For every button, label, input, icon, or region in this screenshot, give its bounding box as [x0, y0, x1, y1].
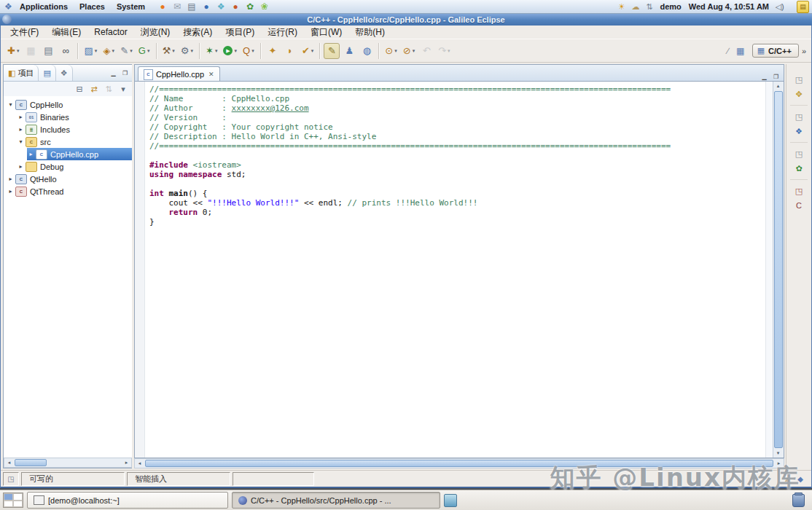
- fastview-outline-icon[interactable]: ❖: [792, 125, 805, 137]
- menu-project[interactable]: 项目(P): [219, 26, 261, 39]
- last-edit-location-button[interactable]: ✦: [265, 43, 281, 59]
- editor-vscrollbar[interactable]: ▴ ▾: [773, 82, 784, 458]
- menu-refactor[interactable]: Refactor: [87, 26, 133, 38]
- focus-button[interactable]: ⇅: [102, 83, 115, 95]
- fastview-console-icon[interactable]: C: [792, 200, 805, 211]
- tab-cpphello-cpp[interactable]: C CppHello.cpp ✕: [138, 66, 220, 82]
- distro-logo-icon[interactable]: ❖: [3, 1, 14, 12]
- fastview-problems-icon[interactable]: ✿: [792, 162, 805, 174]
- restore-view-icon[interactable]: ◳: [792, 111, 805, 122]
- menu-help[interactable]: 帮助(H): [348, 26, 391, 39]
- new-class-button[interactable]: ◈▾: [101, 43, 117, 59]
- open-external-button[interactable]: ◍: [359, 43, 375, 59]
- fast-view-dock-icon[interactable]: ◳: [3, 472, 19, 486]
- chevron-down-icon[interactable]: ▾: [7, 101, 15, 108]
- taskbar-terminal-button[interactable]: [demo@localhost:~]: [27, 492, 228, 509]
- new-file-button[interactable]: ✎▾: [118, 43, 134, 59]
- tree-item-binaries[interactable]: ▸01Binaries: [4, 111, 132, 123]
- restore-view-icon[interactable]: ◳: [792, 74, 805, 85]
- c-cpp-projects-tab[interactable]: ▤: [39, 65, 55, 81]
- chevron-down-icon[interactable]: ▾: [17, 138, 25, 145]
- tree-item-debug[interactable]: ▸Debug: [4, 160, 132, 173]
- scroll-down-icon[interactable]: ▾: [773, 449, 783, 458]
- tree-item-cpphello-cpp[interactable]: ▸CCppHello.cpp: [4, 148, 132, 160]
- tree-item-cpphello[interactable]: ▾CCppHello: [4, 98, 132, 111]
- firefox-icon[interactable]: ●: [157, 1, 168, 12]
- show-source-button[interactable]: ♟: [341, 43, 357, 59]
- make-target-button[interactable]: G▾: [136, 43, 152, 59]
- build-all-button[interactable]: ⚙▾: [179, 43, 195, 59]
- previous-annotation-button[interactable]: ✔▾: [300, 43, 316, 59]
- menu-run[interactable]: 运行(R): [261, 26, 304, 39]
- explorer-hscrollbar[interactable]: ◂ ▸: [4, 458, 132, 468]
- network-icon[interactable]: ⇅: [644, 1, 655, 12]
- clock-applet[interactable]: Wed Aug 4, 10:51 AM: [689, 2, 769, 11]
- tree-item-qthello[interactable]: ▸CQtHello: [4, 173, 132, 185]
- link-with-editor-button[interactable]: ⇄: [87, 83, 101, 95]
- collapse-all-button[interactable]: ⊟: [73, 83, 86, 95]
- toggle-highlight-button[interactable]: ✎: [324, 43, 340, 59]
- build-button[interactable]: ⚒▾: [160, 43, 177, 59]
- restore-view-icon[interactable]: ◳: [792, 148, 805, 160]
- tree-item-qtthread[interactable]: ▸CQtThread: [4, 185, 132, 197]
- plant-icon[interactable]: ❀: [259, 1, 270, 12]
- package-manager-icon[interactable]: ●: [230, 1, 241, 12]
- maximize-view-button[interactable]: ❐: [120, 68, 130, 78]
- debug-button[interactable]: ✶▾: [203, 43, 219, 59]
- view-menu-button[interactable]: ▾: [117, 83, 130, 95]
- restore-view-icon[interactable]: ◳: [792, 185, 805, 197]
- trash-icon[interactable]: [792, 494, 805, 507]
- sticky-note-icon[interactable]: ▤: [797, 1, 809, 13]
- code-editor[interactable]: //======================================…: [145, 82, 765, 458]
- panel-menu-places[interactable]: Places: [74, 1, 111, 12]
- taskbar-extra-icon[interactable]: [444, 494, 457, 507]
- search-file-button[interactable]: ⊘▾: [401, 43, 417, 59]
- menu-navigate[interactable]: 浏览(N): [134, 26, 177, 39]
- tab-project-explorer[interactable]: ◧ 项目: [4, 65, 39, 81]
- panel-menu-system[interactable]: System: [111, 1, 151, 12]
- annotation-ruler[interactable]: [135, 82, 145, 458]
- window-titlebar[interactable]: C/C++ - CppHello/src/CppHello.cpp - Gali…: [0, 13, 812, 26]
- scrollbar-thumb[interactable]: [15, 459, 47, 466]
- project-tree[interactable]: ▾CCppHello▸01Binaries▸≣Includes▾Csrc▸CCp…: [4, 96, 132, 458]
- chevron-right-icon[interactable]: ▸: [27, 151, 35, 157]
- chevron-right-icon[interactable]: ▸: [7, 188, 15, 195]
- next-annotation-button[interactable]: ◗: [282, 43, 298, 59]
- close-icon[interactable]: ✕: [208, 71, 214, 78]
- profile-button[interactable]: Q▾: [241, 43, 257, 59]
- perspective-overflow-icon[interactable]: »: [802, 47, 806, 55]
- overview-ruler[interactable]: [765, 82, 773, 458]
- cpp-perspective-button[interactable]: ▦ C/C++: [752, 44, 799, 58]
- email-icon[interactable]: ✉: [171, 1, 183, 12]
- print-button[interactable]: ▤: [40, 43, 56, 59]
- tree-item-includes[interactable]: ▸≣Includes: [4, 123, 132, 136]
- virtualization-icon[interactable]: ✿: [244, 1, 256, 12]
- menu-window[interactable]: 窗口(W): [304, 26, 348, 39]
- run-button[interactable]: ▶▾: [221, 43, 239, 59]
- fastview-make-targets-icon[interactable]: ✥: [792, 88, 805, 100]
- file-manager-icon[interactable]: ▤: [186, 1, 198, 12]
- search-menu-button[interactable]: ⊙▾: [383, 43, 399, 59]
- minimize-view-button[interactable]: ▁: [108, 68, 119, 78]
- search-binoculars-button[interactable]: ∞: [58, 43, 74, 59]
- weather-icon[interactable]: ☁: [630, 1, 641, 12]
- panel-menu-applications[interactable]: Applications: [14, 1, 74, 12]
- pin-editor-icon[interactable]: ∕: [727, 46, 729, 56]
- scroll-up-icon[interactable]: ▴: [773, 82, 783, 90]
- chevron-right-icon[interactable]: ▸: [17, 126, 25, 133]
- scrollbar-thumb[interactable]: [774, 91, 783, 448]
- new-wizard-button[interactable]: ✚▾: [5, 43, 21, 59]
- taskbar-eclipse-button[interactable]: C/C++ - CppHello/src/CppHello.cpp - ...: [232, 492, 440, 509]
- new-cpp-source-button[interactable]: ▨▾: [82, 43, 99, 59]
- scroll-left-icon[interactable]: ◂: [4, 458, 14, 467]
- scroll-right-icon[interactable]: ▸: [122, 458, 131, 467]
- user-menu[interactable]: demo: [660, 2, 681, 11]
- chat-icon[interactable]: ❖: [215, 1, 227, 12]
- chevron-right-icon[interactable]: ▸: [7, 176, 15, 182]
- update-notifier-icon[interactable]: ☀: [616, 1, 627, 12]
- menu-search[interactable]: 搜索(A): [176, 26, 219, 39]
- menu-edit[interactable]: 编辑(E): [45, 26, 87, 39]
- open-perspective-button[interactable]: ▦: [732, 42, 749, 60]
- navigator-tab[interactable]: ❖: [56, 65, 73, 81]
- menu-file[interactable]: 文件(F): [4, 26, 45, 39]
